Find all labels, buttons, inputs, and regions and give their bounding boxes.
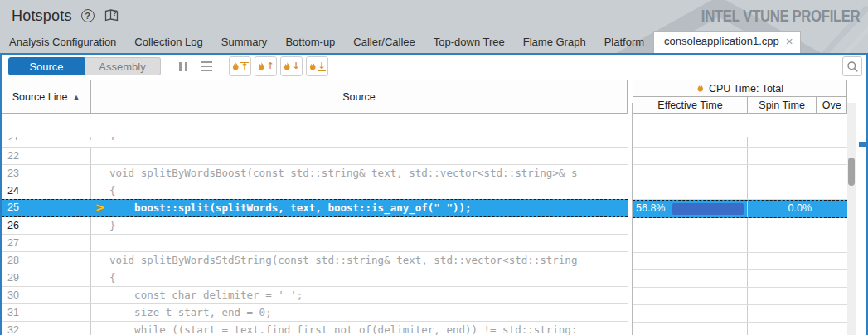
source-view-panel: Source Assembly ↑ ↑ ↓ ↓ (0, 53, 868, 335)
table-row[interactable]: 21} (2, 137, 628, 148)
spin-time-cell (748, 270, 817, 287)
effective-time-cell (633, 137, 748, 147)
overhead-time-cell (817, 253, 847, 269)
overhead-time-cell (817, 270, 847, 287)
overhead-time-cell (817, 305, 847, 322)
spin-time-cell (748, 148, 817, 164)
close-icon[interactable]: × (786, 37, 793, 46)
tab-bottom-up[interactable]: Bottom-up (276, 32, 344, 53)
hotspot-position-marker (859, 142, 868, 147)
arrow-up-to-top-icon: ↑ (240, 62, 248, 71)
tab-caller-callee[interactable]: Caller/Callee (344, 32, 424, 53)
cpu-time-row[interactable]: 56.8%0.0% (633, 200, 847, 218)
cpu-time-row[interactable] (633, 235, 847, 253)
effective-time-cell (633, 165, 748, 182)
table-row[interactable]: 28void splitByWordsStdString(const std::… (2, 252, 628, 269)
line-number: 32 (2, 322, 91, 335)
cpu-time-row[interactable] (633, 137, 847, 148)
source-code-cell: size_t start, end = 0; (91, 304, 628, 321)
cpu-time-row[interactable] (633, 165, 847, 182)
effective-time-cell (633, 323, 748, 335)
table-row[interactable]: 31 size_t start, end = 0; (2, 304, 628, 322)
line-number: 22 (2, 148, 91, 164)
assembly-view-button[interactable]: Assembly (85, 57, 161, 75)
overhead-time-cell (817, 235, 847, 252)
source-code-cell: const char delimiter = ' '; (91, 287, 628, 303)
result-tab-bar: Analysis ConfigurationCollection LogSumm… (0, 32, 868, 53)
tab-summary[interactable]: Summary (212, 32, 277, 53)
spin-time-cell (748, 137, 817, 147)
overhead-time-column-header[interactable]: Ove (817, 97, 846, 113)
cpu-time-row[interactable] (633, 148, 847, 165)
cpu-time-row[interactable] (633, 218, 847, 235)
flame-icon (257, 61, 266, 72)
help-icon[interactable]: ? (81, 9, 95, 22)
effective-time-cell (633, 288, 748, 304)
overhead-time-cell (817, 182, 847, 199)
spin-time-cell (748, 253, 817, 269)
cpu-time-row[interactable] (633, 305, 847, 323)
list-options-icon[interactable] (201, 61, 212, 72)
hotspot-nav-prev-button[interactable]: ↑ (255, 56, 277, 76)
hotspot-nav-first-button[interactable]: ↑ (229, 56, 251, 76)
vertical-scrollbar[interactable] (847, 103, 856, 335)
line-number: 28 (2, 252, 91, 269)
table-row[interactable]: 27 (2, 235, 628, 252)
cpu-time-total-group-header[interactable]: CPU Time: Total (633, 80, 847, 97)
title-bar: Hotspots ? ? INTEL VTUNE PROFILER (0, 0, 868, 32)
cpu-time-row[interactable] (633, 288, 847, 305)
table-row[interactable]: 25> boost::split(splitWords, text, boost… (2, 199, 628, 217)
hotspot-navigation-group: ↑ ↑ ↓ ↓ (229, 56, 328, 76)
effective-time-column-header[interactable]: Effective Time (633, 97, 748, 113)
cpu-time-rows: 56.8%0.0% (633, 137, 847, 335)
table-row[interactable]: 22 (2, 148, 628, 165)
vertical-scrollbar-thumb[interactable] (848, 158, 855, 186)
cpu-time-row[interactable] (633, 323, 847, 335)
line-number: 23 (2, 165, 91, 182)
table-row[interactable]: 29{ (2, 269, 628, 287)
spin-time-cell: 0.0% (748, 201, 817, 217)
tab-platform[interactable]: Platform (595, 32, 653, 53)
effective-time-cell: 56.8% (633, 201, 748, 217)
tab-collection-log[interactable]: Collection Log (125, 32, 211, 53)
spin-time-cell (748, 323, 817, 335)
cpu-time-row[interactable] (633, 253, 847, 270)
hotspot-nav-next-button[interactable]: ↓ (280, 56, 303, 76)
flame-icon (283, 61, 292, 72)
search-icon (846, 61, 859, 73)
source-code-cell: } (91, 137, 628, 140)
cpu-subcolumn-headers: Effective Time Spin Time Ove (633, 97, 847, 114)
spin-time-column-header[interactable]: Spin Time (748, 97, 817, 113)
table-row[interactable]: 23void splitByWordsBoost(const std::stri… (2, 165, 628, 182)
source-code-cell: void splitByWordsBoost(const std::string… (91, 165, 628, 182)
table-row[interactable]: 26} (2, 217, 628, 235)
source-view-button[interactable]: Source (8, 57, 85, 75)
cpu-time-row[interactable] (633, 270, 847, 288)
table-row[interactable]: 32 while ((start = text.find_first_not_o… (2, 322, 628, 335)
tab-consoleapplication1-cpp[interactable]: consoleapplication1.cpp× (653, 31, 801, 53)
guide-book-icon[interactable]: ? (104, 8, 119, 23)
table-row[interactable]: 24{ (2, 182, 628, 199)
tab-analysis-configuration[interactable]: Analysis Configuration (0, 32, 125, 53)
overhead-time-cell (817, 201, 847, 217)
source-grid: Source Line ▲ Source CPU Time: Total Eff… (2, 78, 866, 333)
effective-time-cell (633, 253, 748, 269)
intel-vtune-profiler-logo: INTEL VTUNE PROFILER (701, 6, 860, 26)
source-line-column-header[interactable]: Source Line ▲ (2, 80, 91, 114)
cpu-time-row[interactable] (633, 182, 847, 200)
search-button[interactable] (842, 56, 862, 76)
hotspot-nav-last-button[interactable]: ↓ (306, 56, 328, 76)
current-line-arrow-icon: > (95, 200, 105, 216)
pause-icon[interactable] (179, 62, 187, 71)
overhead-time-cell (817, 148, 847, 164)
tab-top-down-tree[interactable]: Top-down Tree (424, 32, 514, 53)
page-title: Hotspots (12, 7, 72, 25)
line-number: 30 (2, 287, 91, 303)
view-toggle: Source Assembly (8, 57, 161, 75)
source-column-header[interactable]: Source (91, 80, 628, 114)
tab-flame-graph[interactable]: Flame Graph (514, 32, 595, 53)
source-toolbar: Source Assembly ↑ ↑ ↓ ↓ (2, 55, 866, 78)
table-row[interactable]: 30 const char delimiter = ' '; (2, 287, 628, 304)
effective-time-bar (672, 203, 744, 215)
source-code-cell: > boost::split(splitWords, text, boost::… (91, 200, 628, 216)
